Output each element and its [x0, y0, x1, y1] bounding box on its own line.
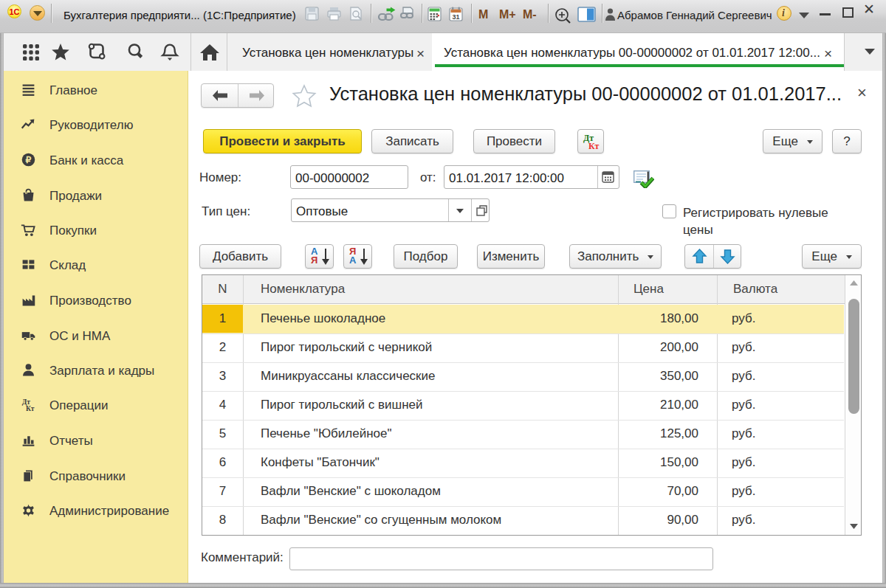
- svg-text:31: 31: [452, 13, 459, 21]
- svg-text:₽: ₽: [26, 155, 32, 165]
- svg-text:Кт: Кт: [26, 404, 35, 412]
